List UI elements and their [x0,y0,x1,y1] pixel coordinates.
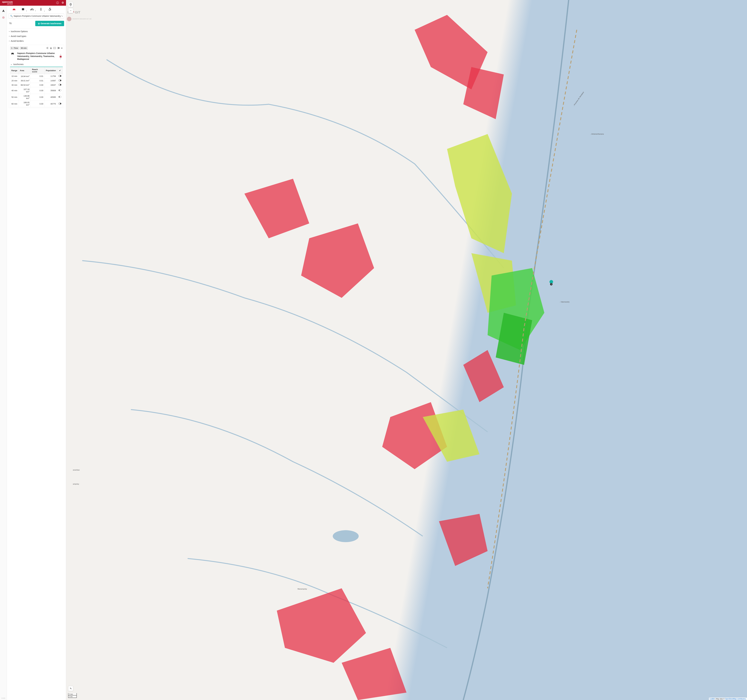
profile-foot[interactable]: ▾ [36,8,45,12]
attrib-leaflet[interactable]: Leaflet [710,698,715,700]
map-canvas[interactable]: Hei▴GIT UNIVERSITÄT HEIDELBERG SEIT 1386… [66,0,747,700]
profile-tabs: ▾ ▾ ▾ [9,7,64,13]
map-scale: 5 km 3 mi [68,693,77,698]
visibility-toggle[interactable] [58,103,61,105]
cell-range: 50 min [10,94,19,100]
scale-km: 5 km [68,693,77,695]
svg-point-5 [41,8,41,9]
map-attribution: Leaflet | Map data © OpenStreetMap contr… [709,698,747,700]
isochrones-table: Range Area Reach score Population ✔ 10 m… [10,67,63,107]
map-place-label: ampotsy [73,483,79,485]
cell-area: 39.01 km2 [18,79,31,83]
car-icon [11,52,14,55]
result-location: Sapeurs Pompiers Commune Urbaine Vatoman… [17,52,62,61]
cell-toggle[interactable] [57,100,63,107]
cell-toggle[interactable] [57,79,63,83]
table-row: 30 min66.54 km20.0016047 [10,83,63,87]
cell-reach: 0.00 [31,87,45,94]
chevron-right-icon: › [9,30,9,32]
svg-point-19 [70,4,71,5]
top-bar: openroute service ⓘ ⚙ [0,0,66,6]
table-row: 60 min166.05 km20.0040775 [10,100,63,107]
map-place-label: anambao [73,469,80,471]
profile-heavy[interactable]: ▾ [18,8,27,11]
table-row: 10 min18.94 km20.0111758 [10,74,63,78]
generate-isochrones-button[interactable]: ◎ Generate isochrones [35,21,64,26]
th-area: Area [18,67,31,74]
cell-range: 30 min [10,83,19,87]
directions-icon[interactable] [2,9,6,13]
map-edit-button[interactable]: ✎ [68,686,73,691]
cell-range: 20 min [10,79,19,83]
origin-pin-icon[interactable] [59,54,62,59]
profile-wheelchair[interactable] [45,8,54,12]
caret-down-icon: ▾ [35,10,36,12]
cell-area: 107.18 km2 [18,87,31,94]
visibility-toggle[interactable] [58,80,61,81]
search-input[interactable] [9,13,64,19]
visibility-toggle[interactable] [58,84,61,86]
badge-mode: 1 - Time [10,47,19,50]
side-rail: ◎ 0.3.9 [0,0,7,700]
profile-car[interactable] [9,8,18,11]
map-place-label: Manampotsy [298,588,307,590]
toggle-display-icon[interactable] [57,47,59,50]
cell-reach: 0.01 [31,74,45,78]
table-row: 40 min107.18 km20.0035608 [10,87,63,94]
option-row-1[interactable]: ›Avoid road types [9,34,64,39]
isochrones-icon[interactable]: ◎ [2,15,6,20]
svg-rect-15 [50,48,52,49]
search-field-wrap: 🔍 [9,13,64,19]
isochrones-section-toggle[interactable]: ⌄ Isochrones [10,62,63,67]
svg-rect-0 [22,8,24,10]
svg-point-18 [333,530,359,542]
cell-toggle[interactable] [57,94,63,100]
side-panel: ▾ ▾ ▾ 🔍 ◎ Generate isochrones ›Isochrone… [7,0,66,700]
info-icon[interactable]: ⓘ [56,1,59,5]
cell-area: 18.94 km2 [18,74,31,78]
university-watermark: UNIVERSITÄT HEIDELBERG SEIT 1386 [67,17,91,21]
option-row-0[interactable]: ›Isochrone Options [9,29,64,34]
visibility-toggle[interactable] [58,89,61,91]
profile-bike[interactable]: ▾ [27,8,36,11]
svg-point-1 [22,10,23,11]
option-label: Avoid borders [11,40,24,42]
svg-point-9 [10,23,10,23]
map-locate-button[interactable] [68,2,73,7]
attrib-osm[interactable]: OpenStreetMap contributors, [725,698,746,700]
cell-toggle[interactable] [57,87,63,94]
scale-mi: 3 mi [68,695,77,698]
expand-icon[interactable] [53,47,56,50]
th-range: Range [10,67,19,74]
settings-icon[interactable]: ⚙ [62,1,64,5]
options-list: ›Isochrone Options›Avoid road types›Avoi… [9,28,64,43]
cell-reach: 0.00 [31,83,45,87]
map-marker-origin[interactable]: 1 [549,280,553,285]
marker-number: 1 [550,283,552,285]
th-reach: Reach score [31,67,45,74]
cell-area: 66.54 km2 [18,83,31,87]
map-measure-button[interactable]: ↔ [68,8,73,13]
cell-population: 40775 [44,100,57,107]
cell-range: 60 min [10,100,19,107]
share-icon[interactable] [46,47,48,50]
visibility-toggle[interactable] [58,96,61,98]
visibility-toggle[interactable] [58,75,61,77]
close-icon[interactable]: ✕ [61,47,63,50]
brand-logo: openroute service [2,1,13,5]
table-row: 50 min138.96 km20.0040585 [10,94,63,100]
cell-reach: 0.00 [31,100,45,107]
version-label: 0.3.9 [2,697,5,699]
option-row-2[interactable]: ›Avoid borders [9,39,64,43]
sliders-icon[interactable] [9,22,12,26]
cell-toggle[interactable] [57,83,63,87]
cell-toggle[interactable] [57,74,63,78]
brand-sub: service [2,3,13,5]
option-label: Avoid road types [11,35,26,37]
th-visible: ✔ [57,67,63,74]
chevron-down-icon: ⌄ [11,63,12,65]
option-label: Isochrone Options [11,30,28,33]
download-icon[interactable] [50,47,52,50]
cell-reach: 0.01 [31,79,45,83]
badge-value: 60 min [20,47,28,50]
